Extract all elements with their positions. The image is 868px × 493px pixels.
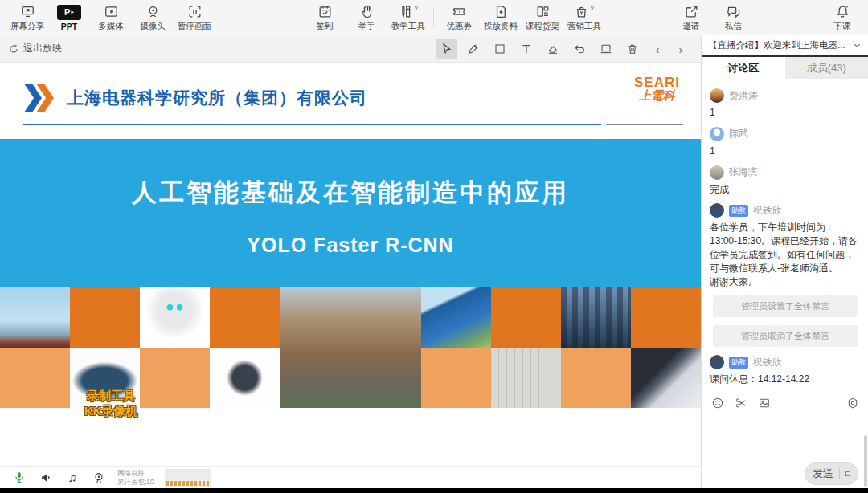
presentation-slide: 上海电器科学研究所（集团）有限公司 SEARI 上電科 人工智能基础及在智能制造… — [0, 63, 701, 466]
toolbar-group-teaching: 签到 举手 ˅ 教学工具 优惠券 — [304, 0, 605, 35]
teaching-tools-label: 教学工具 — [391, 21, 425, 32]
chat-username: 张海滨 — [729, 165, 758, 179]
camera-icon — [145, 4, 161, 19]
chat-message: 张海滨 完成 — [710, 165, 861, 197]
toolbar-group-social: 邀请 私信 — [670, 0, 754, 35]
chat-message-list[interactable]: 费洪涛 1 陈武 1 张海滨 完成 助教 祝铁欣 各位学员，下午培训时间为：13… — [702, 80, 868, 393]
scrollbar-thumb[interactable] — [864, 435, 867, 487]
materials-button[interactable]: 投放资料 — [480, 0, 522, 35]
tab-discussion[interactable]: 讨论区 — [702, 57, 785, 79]
photo-wind-turbine — [0, 287, 70, 348]
speaker-button[interactable] — [38, 471, 54, 484]
avatar — [710, 88, 724, 103]
invite-label: 邀请 — [683, 21, 700, 32]
exit-presentation-button[interactable]: 退出放映 — [8, 42, 62, 55]
marketing-tools-label: 营销工具 — [567, 21, 601, 32]
emoji-button[interactable] — [711, 397, 724, 409]
prev-slide-button[interactable]: ‹ — [649, 43, 666, 56]
pen-tool[interactable] — [463, 39, 484, 59]
multimedia-button[interactable]: 多媒体 — [90, 0, 132, 35]
chat-message: 助教 祝铁欣 课间休息：14:12-14:22 — [710, 355, 861, 386]
chat-sidebar: 【直播介绍】欢迎来到上海电器... 讨论区 成员(43) 费洪涛 1 陈武 1 — [701, 35, 868, 488]
photo-white-robot — [140, 287, 210, 348]
eraser-tool[interactable] — [542, 39, 563, 59]
chat-input-toolbar — [702, 393, 868, 413]
assistant-badge: 助教 — [729, 205, 748, 217]
orange-tile — [631, 287, 701, 348]
toolbar-group-end: 下课 — [821, 0, 863, 35]
marketing-icon: ˅ — [574, 4, 594, 19]
text-tool[interactable] — [516, 39, 537, 59]
raise-hand-button[interactable]: 举手 — [346, 0, 387, 35]
sign-in-button[interactable]: 签到 — [304, 0, 346, 35]
network-histogram — [165, 469, 211, 487]
webcam-button[interactable]: 摄像头 — [132, 0, 174, 35]
marketing-tools-button[interactable]: ˅ 营销工具 — [563, 0, 605, 35]
screen-share-button[interactable]: 屏幕分享 — [6, 0, 48, 35]
send-label: 发送 — [813, 467, 833, 481]
photo-anechoic-chamber — [491, 348, 561, 408]
exit-presentation-icon — [8, 43, 19, 55]
course-shelf-button[interactable]: 课程货架 — [522, 0, 563, 35]
orange-tile — [0, 348, 70, 408]
pause-frame-icon — [187, 4, 203, 19]
chat-message-input[interactable] — [702, 413, 867, 461]
chat-message: 助教 祝铁欣 各位学员，下午培训时间为：13:00-15:30。课程已经开始，请… — [710, 203, 861, 288]
materials-label: 投放资料 — [484, 21, 518, 32]
tab-members[interactable]: 成员(43) — [785, 57, 868, 79]
chat-settings-gear-icon[interactable] — [846, 397, 859, 409]
chat-username: 陈武 — [729, 127, 748, 141]
toolbar-group-sources: 屏幕分享 P▸ PPT 多媒体 摄像头 — [6, 0, 215, 35]
whiteboard-tool[interactable] — [596, 39, 616, 59]
chevron-down-icon — [853, 41, 862, 50]
chat-text: 课间休息：14:12-14:22 — [710, 373, 861, 386]
chat-message: 费洪涛 1 — [710, 88, 861, 120]
network-quality-text: 网络良好 — [117, 469, 154, 478]
sidebar-tabs: 讨论区 成员(43) — [702, 57, 868, 79]
orange-tile — [561, 348, 631, 408]
av-status-bar: ♫ 网络良好 累计丢包:10 — [0, 466, 701, 488]
rectangle-tool[interactable] — [489, 39, 510, 59]
private-message-button[interactable]: 私信 — [712, 0, 754, 35]
trash-tool[interactable] — [622, 39, 643, 59]
ppt-icon: P▸ — [57, 5, 81, 20]
sign-in-label: 签到 — [317, 21, 334, 32]
ppt-button[interactable]: P▸ PPT — [48, 0, 90, 35]
send-button[interactable]: 发送 — [805, 462, 858, 485]
slide-subtitle: YOLO Faster R-CNN — [0, 234, 701, 257]
image-button[interactable] — [758, 397, 771, 409]
multimedia-label: 多媒体 — [98, 21, 124, 32]
screenshot-scissors-button[interactable] — [735, 397, 747, 409]
next-slide-button[interactable]: › — [672, 43, 690, 56]
teaching-tools-icon: ˅ — [398, 4, 418, 19]
pause-frame-label: 暂停画面 — [178, 21, 211, 32]
microphone-button[interactable] — [11, 471, 27, 484]
live-teaching-app: 屏幕分享 P▸ PPT 多媒体 摄像头 — [0, 0, 868, 493]
music-button[interactable]: ♫ — [64, 471, 80, 484]
send-options-icon[interactable] — [845, 471, 850, 476]
exit-presentation-label: 退出放映 — [23, 42, 62, 55]
orange-tile — [210, 287, 280, 348]
photo-switchgear-panel — [561, 287, 631, 348]
invite-button[interactable]: 邀请 — [670, 0, 712, 35]
media-play-icon — [104, 4, 119, 19]
coupon-label: 优惠券 — [446, 21, 472, 32]
invite-icon — [684, 4, 699, 19]
pause-frame-button[interactable]: 暂停画面 — [174, 0, 215, 35]
camera-status-button[interactable] — [91, 471, 107, 484]
undo-tool[interactable] — [569, 39, 590, 59]
end-class-button[interactable]: 下课 — [821, 0, 863, 35]
screen-share-icon — [20, 4, 35, 19]
pointer-tool[interactable] — [436, 39, 457, 59]
orange-tile — [421, 348, 491, 408]
secondary-toolbar: 退出放映 — [0, 35, 701, 63]
live-intro-header[interactable]: 【直播介绍】欢迎来到上海电器... — [702, 35, 868, 57]
top-toolbar: 屏幕分享 P▸ PPT 多媒体 摄像头 — [0, 0, 868, 35]
header-rule — [23, 124, 601, 125]
teaching-tools-button[interactable]: ˅ 教学工具 — [387, 0, 429, 35]
coupon-button[interactable]: 优惠券 — [438, 0, 480, 35]
slide-header: 上海电器科学研究所（集团）有限公司 — [24, 84, 367, 112]
chat-username: 祝铁欣 — [753, 204, 782, 218]
private-message-icon — [726, 4, 741, 19]
letterbox-bar — [0, 488, 868, 493]
